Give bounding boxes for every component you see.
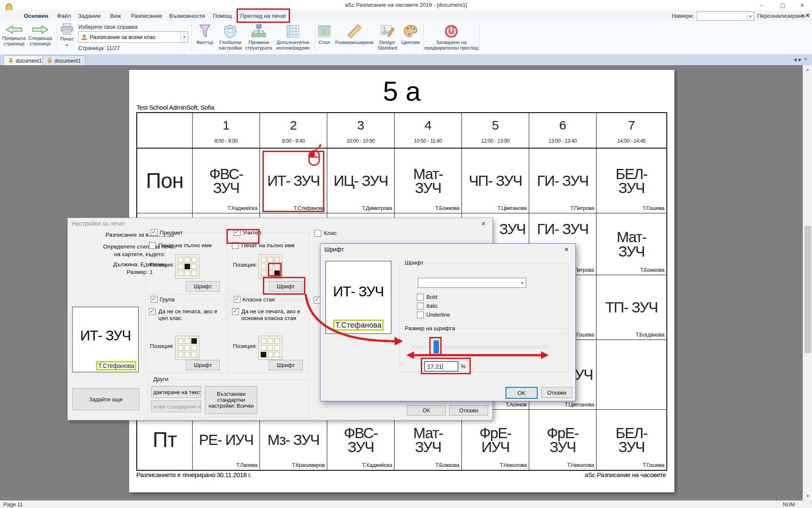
timetable-cell: ФрЕ- ЗУЧТ.Николова [529, 410, 597, 470]
font-group-label: Шрифт [405, 260, 423, 266]
period-header: 714:00 - 14:45 [597, 113, 666, 149]
document-bell-icon [47, 58, 52, 64]
position-grid[interactable] [175, 254, 199, 279]
font-button[interactable]: Шрифт [186, 360, 220, 370]
fullname-checkbox[interactable] [149, 242, 156, 249]
prev-page-button[interactable]: Предишна страница [1, 25, 27, 46]
class-checkbox[interactable] [315, 230, 321, 237]
font-button[interactable]: Шрифт [269, 360, 303, 370]
restore-defaults-button[interactable]: Възстанови стандартни настройки: Всички [205, 386, 257, 414]
close-customize-icon[interactable]: ✕ [805, 12, 810, 19]
ok-button[interactable]: ОК [407, 405, 446, 416]
chevron-down-icon[interactable]: ▾ [519, 278, 526, 287]
tab-vazmozhnosti[interactable]: Възможности [168, 10, 207, 21]
print-button[interactable]: Печат ▾ [56, 23, 78, 47]
fullname-checkbox[interactable] [232, 242, 239, 249]
font-button[interactable]: Шрифт [186, 281, 220, 292]
tab-close-icon[interactable]: ✕ [804, 57, 807, 61]
tab-scroll-right-icon[interactable]: ▶ [798, 57, 802, 62]
tab-scroll-left-icon[interactable]: ◀ [793, 57, 797, 62]
position-grid[interactable] [175, 336, 199, 360]
report-select[interactable]: Разписание за всеки клас ▾ [78, 31, 188, 43]
extra-columns-button[interactable]: Допълнителни колони/редове [273, 24, 312, 50]
chevron-down-icon[interactable]: ▾ [801, 13, 804, 17]
italic-checkbox[interactable] [417, 303, 424, 309]
subject-checkbox[interactable] [151, 229, 157, 236]
card-teacher-highlight: Т.Стефанова [326, 321, 391, 330]
timetable-cell: ГИ- ЗУЧТ.Петрова [529, 149, 597, 213]
design-button[interactable]: Design: Standard [375, 24, 400, 50]
group-checkbox[interactable] [151, 296, 157, 303]
document-tab-2[interactable]: document1 [42, 55, 86, 66]
teacher-group: Учител Печат на пълно име Позиция: Шрифт [228, 232, 309, 294]
document-tab-1[interactable]: document1 [3, 55, 47, 66]
card-subject: ИТ- ЗУЧ [326, 284, 391, 300]
style-window-icon [317, 24, 331, 39]
timetable-cell: ЧП- ЗУЧТ.Цветанова [462, 149, 529, 213]
teacher-checkbox[interactable] [234, 229, 240, 236]
change-structure-button[interactable]: Промени структурата [245, 24, 273, 50]
subject-group-label: Предмет [160, 229, 183, 236]
tab-fail[interactable]: Файл [54, 10, 74, 21]
position-grid[interactable] [258, 254, 282, 279]
chevron-down-icon: ▾ [66, 43, 68, 47]
sizes-widths-button[interactable]: Размери/ширини [334, 24, 375, 45]
set-more-button[interactable]: Задайте още [72, 388, 139, 410]
minimize-button[interactable]: – [754, 1, 769, 9]
tab-pomosht[interactable]: Помощ [211, 10, 234, 21]
edit-texts-button[interactable]: дактиране на текстов [151, 386, 201, 398]
scroll-up-icon[interactable]: ▲ [803, 65, 812, 74]
dialog-title-bar: Настройки за печат [68, 218, 492, 229]
scrollbar-thumb[interactable] [804, 226, 811, 353]
day-cell: Пон [137, 149, 193, 213]
font-size-value: 17.21 [427, 363, 442, 370]
cancel-button[interactable]: Откажи [541, 387, 572, 398]
chevron-down-icon[interactable]: ▾ [180, 32, 188, 42]
style-button[interactable]: Стил [315, 24, 334, 45]
card-teacher: Т.Стефанова [96, 361, 136, 370]
card-teacher-highlight: Т.Стефанова [96, 362, 136, 369]
tab-zadanie[interactable]: Задание [76, 10, 102, 21]
personalize-menu[interactable]: Персонализиране [760, 10, 802, 21]
close-icon[interactable]: ✕ [477, 220, 490, 228]
timetable-corner-cell [137, 113, 193, 149]
next-page-button[interactable]: Следваща страница [27, 25, 53, 46]
period-header: 512:00 - 13:00 [462, 113, 529, 149]
ok-button[interactable]: OK [505, 387, 538, 399]
funnel-icon [198, 24, 212, 39]
tab-osnoven[interactable]: Основен [19, 10, 52, 21]
restore-button[interactable]: ▢ [776, 1, 790, 9]
timetable-cell: ФВС- ЗУЧТ.Хаджийска [193, 149, 260, 213]
underline-checkbox[interactable] [417, 312, 424, 318]
standard-settings-button[interactable]: нови стандартни нас [151, 400, 201, 412]
filter-button[interactable]: Филтър [193, 24, 217, 45]
colors-button[interactable]: Цветове [400, 24, 422, 45]
vertical-scrollbar[interactable]: ▲ ▼ [803, 65, 812, 500]
position-grid[interactable] [258, 336, 282, 360]
document-tab-label: document1 [55, 58, 81, 64]
skip-home-room-checkbox[interactable] [232, 308, 239, 315]
close-icon[interactable]: ✕ [560, 246, 573, 254]
global-settings-button[interactable]: Глобални настройки [217, 24, 244, 50]
font-family-select[interactable]: ▾ [418, 278, 526, 288]
close-preview-button[interactable]: Затваряне на предварителен преглед [424, 24, 478, 50]
timetable-cell: ТП- ЗУЧТ.Богданова [597, 275, 666, 340]
timetable-cell: ИЦ- ЗУЧТ.Димитрова [327, 149, 395, 213]
bold-checkbox[interactable] [417, 294, 424, 301]
tab-razpisanie[interactable]: Разписание [129, 10, 164, 21]
tab-pregled-na-pechat[interactable]: Преглед на печат [240, 10, 287, 21]
skip-whole-class-checkbox[interactable] [149, 308, 156, 315]
close-button[interactable]: ✕ [795, 1, 809, 9]
tab-vizh[interactable]: Виж [107, 10, 124, 21]
chevron-down-icon[interactable]: ▾ [746, 12, 754, 20]
teacher-font-button[interactable]: Шрифт [269, 281, 303, 292]
font-size-slider-thumb[interactable] [434, 340, 439, 353]
classroom-checkbox[interactable] [234, 296, 240, 303]
cancel-button[interactable]: Откажи [449, 405, 488, 416]
printer-icon [60, 23, 74, 36]
scroll-down-icon[interactable]: ▼ [803, 492, 812, 500]
font-size-slider-track[interactable] [412, 346, 548, 348]
hidden-group-checkbox[interactable] [314, 297, 320, 304]
find-input[interactable]: ▾ [697, 11, 754, 21]
font-size-input[interactable]: 17.21 [424, 361, 458, 372]
